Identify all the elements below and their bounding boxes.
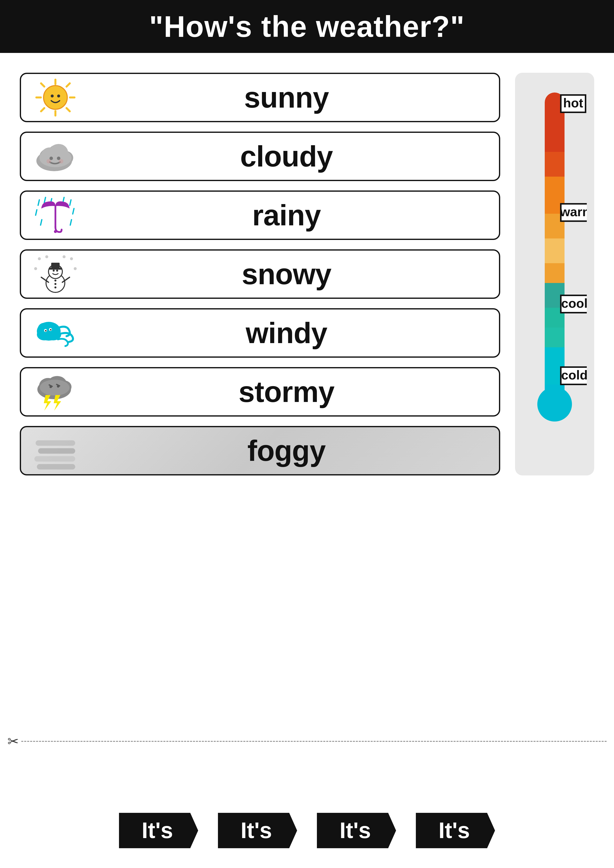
badge-3-text: It's — [340, 818, 371, 843]
svg-text:hot: hot — [563, 96, 583, 110]
svg-point-44 — [53, 270, 55, 271]
svg-rect-69 — [38, 448, 75, 454]
weather-list: sunny — [20, 73, 500, 476]
badges-row: It's It's It's It's — [0, 813, 614, 848]
svg-line-31 — [70, 220, 71, 225]
thermometer-svg: hot warm cool cold — [523, 88, 587, 422]
svg-point-64 — [50, 386, 52, 388]
weather-icon-snowy — [27, 254, 84, 294]
page-header: "How's the weather?" — [0, 0, 614, 53]
svg-point-65 — [57, 385, 59, 388]
badge-1: It's — [119, 813, 198, 848]
weather-card-cloudy: cloudy — [20, 132, 500, 181]
svg-point-54 — [38, 323, 51, 335]
svg-text:warm: warm — [560, 205, 587, 219]
badge-2: It's — [218, 813, 297, 848]
svg-rect-74 — [545, 152, 564, 177]
cut-line: ✂ — [0, 733, 614, 749]
word-rainy: rainy — [84, 198, 489, 232]
weather-card-rainy: rainy — [20, 191, 500, 240]
badge-2-text: It's — [241, 818, 272, 843]
svg-point-35 — [45, 255, 48, 258]
svg-point-39 — [74, 267, 77, 270]
svg-point-49 — [54, 283, 56, 285]
weather-card-windy: windy — [20, 308, 500, 358]
svg-text:cool: cool — [561, 296, 587, 310]
svg-rect-78 — [545, 263, 564, 283]
weather-icon-cloudy — [27, 136, 84, 177]
weather-icon-foggy — [27, 431, 84, 471]
svg-line-30 — [40, 220, 42, 225]
word-snowy: snowy — [84, 257, 489, 291]
svg-point-33 — [54, 230, 57, 233]
weather-icon-stormy — [27, 372, 84, 412]
main-content: sunny — [0, 58, 614, 485]
svg-point-48 — [54, 279, 56, 282]
svg-point-63 — [40, 380, 70, 395]
weather-card-sunny: sunny — [20, 73, 500, 122]
svg-rect-70 — [34, 456, 75, 462]
svg-rect-71 — [37, 464, 75, 470]
word-stormy: stormy — [84, 375, 489, 409]
badge-4-text: It's — [439, 818, 470, 843]
svg-point-34 — [38, 257, 41, 260]
svg-line-24 — [44, 197, 45, 203]
svg-line-29 — [73, 209, 74, 214]
svg-rect-68 — [36, 440, 75, 446]
svg-line-4 — [41, 84, 44, 87]
word-cloudy: cloudy — [84, 140, 489, 173]
weather-card-snowy: snowy — [20, 250, 500, 299]
svg-point-10 — [57, 95, 60, 98]
svg-text:cold: cold — [561, 368, 587, 382]
svg-point-45 — [56, 270, 58, 271]
svg-point-36 — [63, 255, 65, 258]
svg-line-5 — [67, 108, 70, 111]
weather-card-stormy: stormy — [20, 367, 500, 417]
svg-point-37 — [70, 257, 73, 260]
svg-rect-43 — [49, 268, 62, 270]
svg-line-23 — [38, 200, 39, 205]
weather-card-foggy: foggy — [20, 426, 500, 476]
word-sunny: sunny — [84, 81, 489, 114]
weather-icon-rainy — [27, 195, 84, 236]
svg-point-57 — [45, 330, 47, 332]
word-windy: windy — [84, 316, 489, 350]
thermometer-panel: hot warm cool cold — [515, 73, 594, 476]
svg-point-9 — [51, 95, 54, 98]
weather-icon-sunny — [27, 77, 84, 118]
svg-point-38 — [34, 267, 37, 270]
svg-rect-81 — [545, 327, 564, 347]
svg-line-28 — [36, 210, 37, 215]
svg-line-27 — [70, 200, 71, 205]
scissors-icon: ✂ — [8, 733, 19, 749]
dashed-line — [21, 741, 606, 742]
badge-3: It's — [317, 813, 396, 848]
badge-1-text: It's — [142, 818, 173, 843]
svg-line-7 — [41, 108, 44, 111]
page-title: "How's the weather?" — [149, 10, 465, 43]
svg-point-22 — [59, 159, 64, 164]
badge-4: It's — [416, 813, 495, 848]
svg-point-58 — [50, 329, 51, 330]
svg-point-21 — [47, 159, 51, 164]
svg-point-50 — [54, 287, 56, 288]
svg-rect-77 — [545, 239, 564, 263]
weather-icon-windy — [27, 313, 84, 353]
svg-line-6 — [67, 84, 70, 87]
svg-rect-85 — [545, 384, 564, 407]
word-foggy: foggy — [84, 434, 489, 468]
